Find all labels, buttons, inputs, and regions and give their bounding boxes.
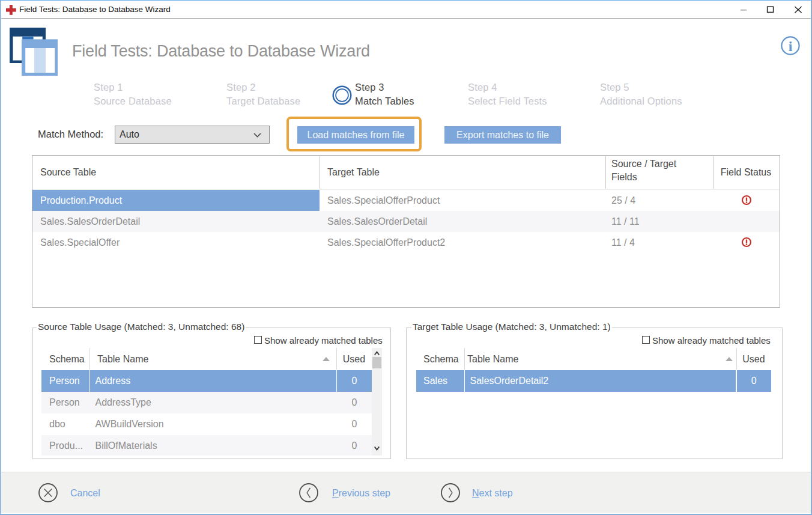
step-5-name: Additional Options (600, 94, 682, 108)
step-4-label: Step 4 (468, 81, 547, 94)
cell-table[interactable]: BillOfMaterials (90, 435, 336, 456)
match-table: Source Table Target Table Source / Targe… (32, 155, 780, 308)
col-used[interactable]: Used (736, 348, 772, 371)
col-source-table[interactable]: Source Table (40, 156, 317, 189)
previous-step-link[interactable]: Previous step (332, 472, 390, 514)
scroll-up-icon[interactable] (374, 351, 380, 356)
cell-target[interactable]: Sales.SpecialOfferProduct (327, 190, 598, 211)
cell-schema[interactable]: Produ... (41, 435, 89, 456)
cell-used: 0 (337, 392, 372, 413)
col-table-name[interactable]: Table Name (467, 348, 647, 371)
next-step-link[interactable]: Next step (472, 472, 513, 514)
cell-table[interactable]: SalesOrderDetail2 (465, 370, 736, 392)
source-panel-legend: Source Table Usage (Matched: 3, Unmatche… (37, 321, 246, 332)
source-table-usage-panel: Source Table Usage (Matched: 3, Unmatche… (32, 328, 391, 459)
page-title: Field Tests: Database to Database Wizard (72, 43, 370, 59)
col-schema[interactable]: Schema (49, 348, 85, 371)
source-usage-table: Schema Table Name Used Person Address 0 … (41, 348, 382, 456)
column-separator (320, 156, 320, 189)
previous-step-icon[interactable] (299, 483, 318, 502)
match-method-select[interactable]: Auto (115, 126, 270, 144)
field-status-error-icon (741, 237, 752, 248)
source-row-1[interactable]: Person Address 0 (41, 370, 372, 392)
step-2-name: Target Database (226, 94, 300, 108)
column-separator (89, 348, 90, 370)
col-used[interactable]: Used (336, 348, 372, 371)
target-row-1[interactable]: Sales SalesOrderDetail2 0 (416, 370, 771, 392)
cell-table[interactable]: AWBuildVersion (90, 413, 336, 435)
step-3-name: Match Tables (355, 94, 414, 108)
cell-fields: 11 / 11 (611, 211, 707, 232)
match-method-label: Match Method: (38, 129, 103, 140)
scrollbar[interactable] (372, 348, 382, 456)
col-fields[interactable]: Source / Target Fields (611, 156, 686, 189)
cell-schema[interactable]: Person (41, 370, 89, 392)
step-1-label: Step 1 (94, 81, 172, 94)
sort-ascending-icon (323, 357, 330, 361)
cell-fields: 25 / 4 (611, 190, 707, 211)
match-table-header: Source Table Target Table Source / Targe… (32, 156, 780, 190)
close-button[interactable] (789, 1, 807, 19)
cell-table[interactable]: AddressType (90, 392, 336, 413)
step-1: Step 1 Source Database (94, 81, 172, 108)
col-schema[interactable]: Schema (423, 348, 459, 371)
step-2: Step 2 Target Database (226, 81, 300, 108)
scroll-thumb[interactable] (372, 357, 381, 368)
match-method-value: Auto (120, 126, 139, 143)
cell-source[interactable]: Sales.SpecialOffer (32, 232, 320, 253)
cell-source[interactable]: Sales.SalesOrderDetail (32, 211, 320, 232)
target-usage-header: Schema Table Name Used (416, 348, 771, 371)
step-4-name: Select Field Tests (468, 94, 547, 108)
step-3: Step 3 Match Tables (355, 81, 414, 108)
footer-bar: Cancel Previous step Next step (1, 472, 811, 513)
app-logo (10, 28, 58, 76)
load-matches-button[interactable]: Load matches from file (297, 126, 414, 144)
minimize-button[interactable] (735, 1, 753, 19)
cell-used: 0 (337, 413, 372, 435)
cell-schema[interactable]: Sales (416, 370, 464, 392)
sort-ascending-icon (726, 357, 733, 361)
col-table-name[interactable]: Table Name (97, 348, 277, 371)
step-4: Step 4 Select Field Tests (468, 81, 547, 108)
source-show-matched-checkbox[interactable] (254, 336, 262, 344)
source-usage-header: Schema Table Name Used (41, 348, 382, 371)
column-separator (605, 156, 606, 189)
step-3-label: Step 3 (355, 81, 414, 94)
step-5: Step 5 Additional Options (600, 81, 682, 108)
cell-schema[interactable]: dbo (41, 413, 89, 435)
cell-target[interactable]: Sales.SpecialOfferProduct2 (327, 232, 598, 253)
titlebar: Field Tests: Database to Database Wizard (1, 1, 811, 19)
scroll-down-icon[interactable] (374, 446, 380, 451)
target-table-usage-panel: Target Table Usage (Matched: 3, Unmatche… (406, 328, 783, 459)
cell-source[interactable]: Production.Product (32, 190, 320, 211)
target-usage-table: Schema Table Name Used Sales SalesOrderD… (416, 348, 771, 456)
source-row-3[interactable]: dbo AWBuildVersion 0 (41, 413, 372, 435)
col-target-table[interactable]: Target Table (327, 156, 598, 189)
next-step-icon[interactable] (441, 483, 460, 502)
cell-fields: 11 / 4 (611, 232, 707, 253)
field-status-error-icon (741, 195, 752, 206)
cancel-link[interactable]: Cancel (70, 472, 100, 514)
source-row-2[interactable]: Person AddressType 0 (41, 392, 372, 413)
target-panel-legend: Target Table Usage (Matched: 3, Unmatche… (411, 321, 612, 332)
source-show-matched-label[interactable]: Show already matched tables (264, 335, 383, 346)
column-separator (464, 348, 465, 370)
source-row-4[interactable]: Produ... BillOfMaterials 0 (41, 435, 372, 456)
cancel-icon[interactable] (38, 483, 58, 502)
match-row-1[interactable]: Production.Product Sales.SpecialOfferPro… (32, 190, 780, 211)
info-icon[interactable]: i (781, 36, 800, 55)
match-row-2[interactable]: Sales.SalesOrderDetail Sales.SalesOrderD… (32, 211, 780, 232)
step-2-label: Step 2 (226, 81, 300, 94)
app-icon-red-cross (6, 5, 17, 16)
match-row-3[interactable]: Sales.SpecialOffer Sales.SpecialOfferPro… (32, 232, 780, 253)
target-show-matched-label[interactable]: Show already matched tables (652, 335, 771, 346)
maximize-button[interactable] (761, 1, 779, 19)
cell-target[interactable]: Sales.SalesOrderDetail (327, 211, 598, 232)
svg-text:i: i (789, 38, 793, 54)
cell-table[interactable]: Address (90, 370, 336, 392)
target-show-matched-checkbox[interactable] (642, 336, 650, 344)
cell-schema[interactable]: Person (41, 392, 89, 413)
col-field-status[interactable]: Field Status (713, 156, 779, 189)
cell-used: 0 (337, 370, 372, 392)
export-matches-button[interactable]: Export matches to file (444, 126, 561, 144)
